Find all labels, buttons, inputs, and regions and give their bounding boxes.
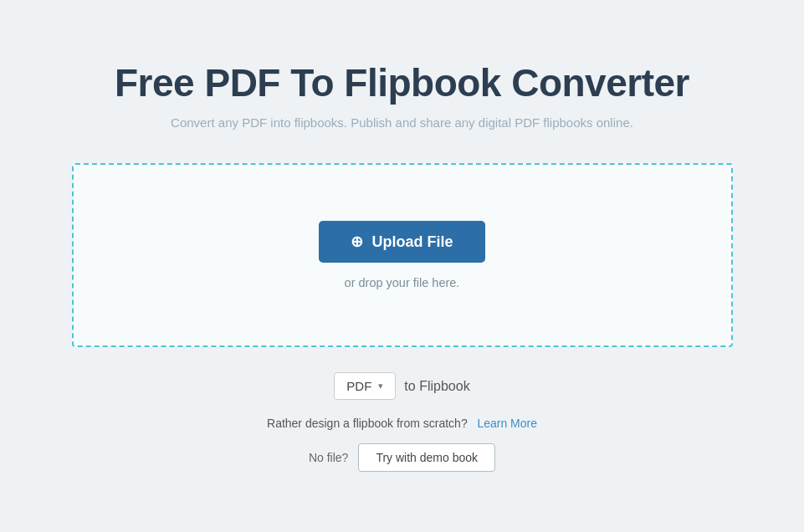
page-wrapper: Free PDF To Flipbook Converter Convert a… xyxy=(0,27,804,505)
demo-book-button[interactable]: Try with demo book xyxy=(358,443,495,472)
page-title: Free PDF To Flipbook Converter xyxy=(115,60,689,105)
format-dropdown[interactable]: PDF ▾ xyxy=(334,372,396,400)
no-file-label: No file? xyxy=(309,451,348,464)
to-flipbook-label: to Flipbook xyxy=(404,379,469,394)
upload-icon: ⊕ xyxy=(351,233,363,251)
design-row: Rather design a flipbook from scratch? L… xyxy=(267,417,537,430)
learn-more-link[interactable]: Learn More xyxy=(477,417,537,430)
chevron-down-icon: ▾ xyxy=(378,381,383,391)
upload-button[interactable]: ⊕ Upload File xyxy=(319,221,484,263)
drop-hint: or drop your file here. xyxy=(345,276,460,289)
format-label: PDF xyxy=(346,379,371,393)
page-subtitle: Convert any PDF into flipbooks. Publish … xyxy=(171,115,633,130)
no-file-row: No file? Try with demo book xyxy=(309,443,495,472)
converter-row: PDF ▾ to Flipbook xyxy=(334,372,469,400)
drop-zone[interactable]: ⊕ Upload File or drop your file here. xyxy=(72,163,733,347)
upload-button-label: Upload File xyxy=(371,233,453,251)
design-text: Rather design a flipbook from scratch? xyxy=(267,417,468,430)
